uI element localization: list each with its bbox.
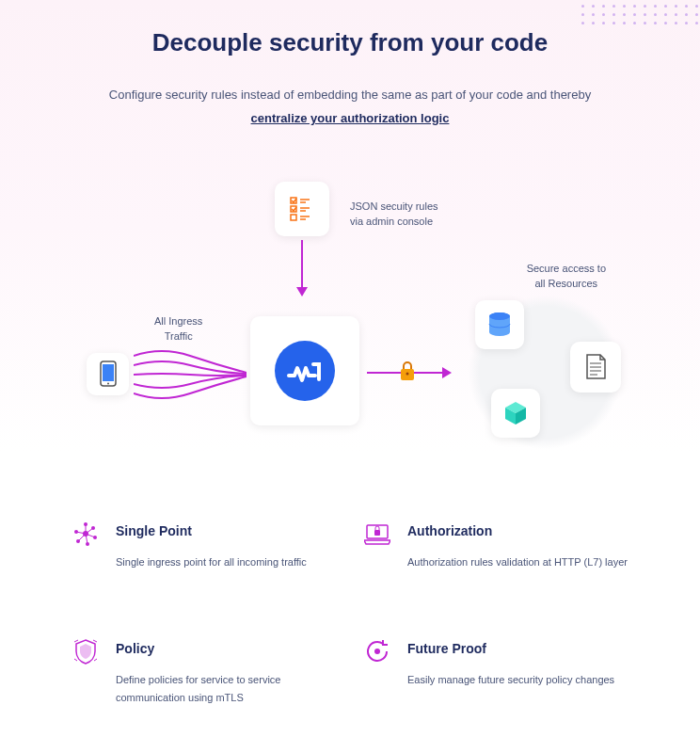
traffic-lines-icon [134, 346, 247, 403]
feature-title: Authorization [407, 523, 628, 538]
gateway-logo-icon [287, 357, 323, 385]
centralize-link[interactable]: centralize your authorization logic [0, 111, 700, 125]
document-icon [584, 354, 607, 380]
rules-card [275, 182, 329, 236]
laptop-lock-icon [364, 521, 390, 547]
arrow-down [301, 240, 303, 295]
cube-card [491, 389, 540, 438]
cube-icon [502, 400, 529, 426]
svg-line-35 [74, 640, 78, 642]
rules-label: JSON secuity rules via admin console [350, 199, 438, 230]
svg-line-28 [86, 528, 93, 534]
svg-point-15 [489, 312, 510, 320]
ingress-label: All Ingress Traffic [154, 313, 202, 344]
svg-line-36 [93, 640, 97, 642]
svg-rect-6 [291, 215, 296, 220]
feature-title: Policy [116, 641, 336, 656]
svg-line-31 [78, 534, 86, 541]
svg-point-39 [374, 649, 380, 654]
feature-authorization: Authorization Authorization rules valida… [364, 521, 628, 572]
document-card [570, 342, 621, 393]
feature-title: Single Point [116, 523, 336, 538]
svg-rect-34 [374, 530, 380, 536]
decorative-dots [581, 5, 700, 24]
feature-desc: Authorization rules validation at HTTP (… [407, 553, 628, 572]
architecture-diagram: JSON secuity rules via admin console All… [77, 182, 623, 455]
svg-point-13 [406, 372, 409, 375]
feature-title: Future Proof [407, 641, 628, 656]
network-icon [72, 521, 99, 547]
svg-line-38 [94, 659, 97, 661]
feature-desc: Single ingress point for all incoming tr… [116, 553, 336, 572]
main-gateway-card [250, 316, 359, 425]
database-icon [487, 312, 512, 338]
feature-future-proof: Future Proof Easily manage future securi… [364, 638, 628, 709]
shield-icon [72, 638, 99, 665]
feature-desc: Easily manage future security policy cha… [407, 671, 628, 690]
phone-card [87, 353, 129, 395]
database-card [475, 300, 524, 349]
lock-icon [399, 360, 416, 381]
feature-desc: Define policies for service to service c… [116, 671, 336, 709]
checklist-icon [289, 196, 315, 222]
feature-single-point: Single Point Single ingress point for al… [72, 521, 336, 572]
resources-label: Secure access to all Resources [527, 261, 606, 292]
features-grid: Single Point Single ingress point for al… [72, 521, 628, 708]
svg-point-11 [107, 383, 109, 385]
feature-policy: Policy Define policies for service to se… [72, 638, 336, 709]
subheading-text: Configure security rules instead of embe… [87, 86, 613, 105]
phone-icon [100, 360, 117, 387]
page-title: Decouple security from your code [0, 28, 700, 57]
svg-rect-10 [103, 364, 114, 381]
refresh-icon [364, 638, 390, 665]
svg-line-37 [74, 659, 77, 661]
